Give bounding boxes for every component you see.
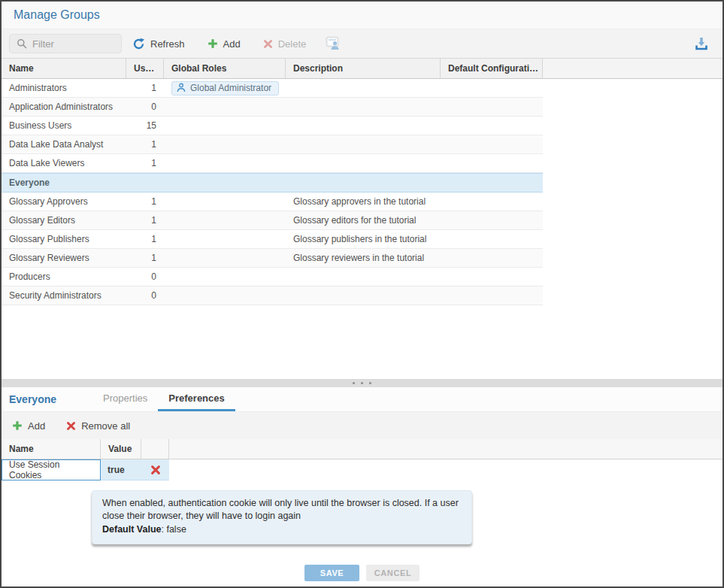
table-row[interactable]: Glossary Editors 1 Glossary editors for … <box>2 211 543 230</box>
membership-button[interactable] <box>326 36 344 51</box>
preference-value-cell[interactable]: true <box>101 459 141 480</box>
export-button[interactable] <box>694 36 709 51</box>
group-description: Glossary editors for the tutorial <box>286 211 441 229</box>
tooltip-default-value: : false <box>162 524 186 535</box>
group-description <box>286 174 441 192</box>
group-description <box>286 268 441 286</box>
refresh-button[interactable]: Refresh <box>132 38 185 50</box>
delete-preference-x-icon <box>150 465 161 475</box>
group-description <box>286 135 441 153</box>
group-name: Everyone <box>2 174 126 192</box>
page-title: Manage Groups <box>14 8 100 22</box>
tooltip-default-value-label: Default Value <box>102 524 162 535</box>
pref-column-header-filler <box>169 439 722 459</box>
column-header-users[interactable]: Us… <box>126 59 164 78</box>
preference-tooltip: When enabled, authentication cookie will… <box>92 490 472 544</box>
table-row[interactable]: Glossary Approvers 1 Glossary approvers … <box>2 192 543 211</box>
column-header-filler <box>543 59 722 78</box>
group-description: Glossary publishers in the tutorial <box>286 230 441 248</box>
remove-all-button[interactable]: Remove all <box>66 420 130 432</box>
group-default-config <box>441 79 543 97</box>
save-button[interactable]: SAVE <box>304 565 359 581</box>
panel-splitter-handle[interactable] <box>2 379 722 387</box>
global-role-badge[interactable]: Global Administrator <box>171 81 279 95</box>
group-description <box>286 98 441 116</box>
tooltip-text: When enabled, authentication cookie will… <box>102 498 459 521</box>
preference-delete-button[interactable] <box>141 459 169 480</box>
pref-column-header-actions <box>141 439 169 459</box>
group-name: Glossary Editors <box>2 211 126 229</box>
table-row[interactable]: Data Lake Data Analyst 1 <box>2 135 543 154</box>
refresh-icon <box>132 38 145 50</box>
group-users-count: 1 <box>126 154 164 172</box>
column-header-global-roles[interactable]: Global Roles <box>164 59 286 78</box>
group-roles <box>164 117 286 135</box>
add-button[interactable]: Add <box>208 38 241 50</box>
remove-all-label: Remove all <box>81 420 130 432</box>
preference-add-label: Add <box>28 420 45 432</box>
column-header-default-configuration[interactable]: Default Configurati… <box>441 59 543 78</box>
group-name: Data Lake Data Analyst <box>2 135 126 153</box>
group-description: Glossary reviewers in the tutorial <box>286 249 441 267</box>
group-roles <box>164 192 286 211</box>
person-icon <box>177 83 186 92</box>
table-empty-space <box>2 305 722 379</box>
group-roles <box>164 211 286 229</box>
delete-button[interactable]: Delete <box>263 38 307 50</box>
remove-all-x-icon <box>66 421 76 431</box>
group-name: Application Administrators <box>2 98 126 116</box>
table-row[interactable]: Glossary Publishers 1 Glossary publisher… <box>2 230 543 249</box>
table-row[interactable]: Producers 0 <box>2 268 543 286</box>
cancel-button[interactable]: CANCEL <box>366 565 420 581</box>
tab-preferences[interactable]: Preferences <box>158 387 235 411</box>
titlebar: Manage Groups <box>2 2 722 29</box>
download-icon <box>694 36 709 51</box>
group-description: Glossary approvers in the tutorial <box>286 192 441 211</box>
tab-properties[interactable]: Properties <box>92 387 158 411</box>
group-roles <box>164 174 286 192</box>
footer-actions: SAVE CANCEL <box>2 565 722 586</box>
group-membership-icon <box>326 36 344 51</box>
table-row[interactable]: Glossary Reviewers 1 Glossary reviewers … <box>2 249 543 268</box>
filter-box[interactable] <box>9 34 122 53</box>
table-row[interactable]: Data Lake Viewers 1 <box>2 154 543 173</box>
group-roles: Global Administrator <box>164 79 286 97</box>
refresh-label: Refresh <box>150 38 185 50</box>
group-roles <box>164 268 286 286</box>
table-row[interactable]: Application Administrators 0 <box>2 98 543 117</box>
group-default-config <box>441 211 543 229</box>
pref-column-header-value[interactable]: Value <box>101 439 141 459</box>
group-name: Data Lake Viewers <box>2 154 126 172</box>
table-row[interactable]: Administrators 1 Global Administrator <box>2 79 543 98</box>
filter-input[interactable] <box>32 38 108 50</box>
pref-column-header-name[interactable]: Name <box>2 439 101 459</box>
group-users-count: 1 <box>126 211 164 229</box>
group-name: Business Users <box>2 117 126 135</box>
group-default-config <box>441 268 543 286</box>
group-default-config <box>441 230 543 248</box>
search-icon <box>17 38 27 49</box>
group-name: Administrators <box>2 79 126 97</box>
table-row-selected[interactable]: Everyone <box>2 173 543 192</box>
delete-label: Delete <box>278 38 307 50</box>
column-header-description[interactable]: Description <box>286 59 441 78</box>
group-roles <box>164 230 286 248</box>
preference-name-cell[interactable]: Use Session Cookies <box>2 459 101 480</box>
column-header-name[interactable]: Name <box>2 59 126 78</box>
plus-icon <box>12 420 23 431</box>
group-name: Producers <box>2 268 126 286</box>
group-default-config <box>441 98 543 116</box>
group-default-config <box>441 154 543 172</box>
group-name: Glossary Publishers <box>2 230 126 248</box>
preference-add-button[interactable]: Add <box>12 420 45 432</box>
group-description <box>286 154 441 172</box>
group-users-count: 0 <box>126 268 164 286</box>
group-users-count: 1 <box>126 230 164 248</box>
group-users-count: 0 <box>126 286 164 305</box>
group-default-config <box>441 135 543 153</box>
group-description <box>286 286 441 305</box>
group-description <box>286 79 441 97</box>
table-row[interactable]: Security Administrators 0 <box>2 286 543 305</box>
plus-icon <box>208 38 218 49</box>
table-row[interactable]: Business Users 15 <box>2 117 543 135</box>
